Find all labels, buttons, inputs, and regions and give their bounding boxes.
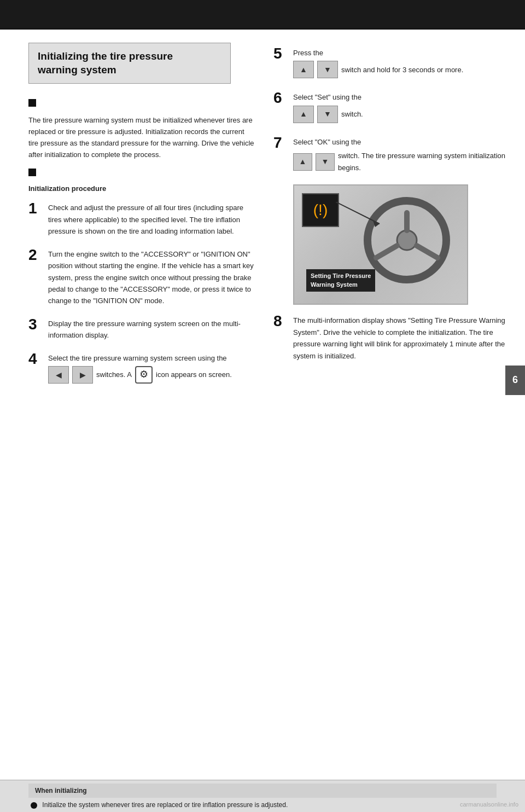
step-8-block: 8 The multi-information display shows "S… (273, 312, 514, 362)
footer-bullet-text: Initialize the system whenever tires are… (28, 801, 497, 809)
instrument-label-line1: Setting Tire Pressure (311, 272, 371, 279)
step-7-block: 7 Select "OK" using the ▲ ▼ switch. The … (273, 134, 514, 173)
tpms-symbol: (!) (313, 201, 328, 219)
step-6-number: 6 (273, 90, 293, 106)
up-arrow-button-7[interactable]: ▲ (293, 153, 312, 171)
footer-note: When initializing (28, 784, 497, 798)
title-box: Initializing the tire pressure warning s… (28, 43, 231, 84)
step-3-number: 3 (28, 317, 48, 332)
step-5-btn-row: ▲ ▼ switch and hold for 3 seconds or mor… (293, 61, 514, 78)
step-5-number: 5 (273, 46, 293, 61)
step-6-text-before: Select "Set" using the (293, 93, 361, 101)
svg-line-4 (417, 246, 438, 258)
step-5-content: Press the ▲ ▼ switch and hold for 3 seco… (293, 45, 514, 78)
step-8-content: The multi-information display shows "Set… (293, 312, 514, 362)
down-arrow-button-7[interactable]: ▼ (316, 153, 335, 171)
step-3-content: Display the tire pressure warning system… (48, 316, 255, 341)
section2-title: Initialization procedure (28, 183, 255, 195)
section2-marker (28, 169, 36, 176)
step-4-number: 4 (28, 351, 48, 367)
step-1-number: 1 (28, 201, 48, 216)
step-2-block: 2 Turn the engine switch to the "ACCESSO… (28, 246, 255, 307)
intro-text: The tire pressure warning system must be… (28, 115, 255, 160)
top-bar (0, 0, 525, 28)
step-7-text-after: switch. The tire pressure warning system… (338, 150, 514, 173)
page-content: Initializing the tire pressure warning s… (0, 30, 525, 405)
step-5-text-before: Press the (293, 49, 323, 57)
svg-marker-6 (373, 221, 380, 227)
gear-icon: ⚙ (135, 366, 153, 384)
step-4-block: 4 Select the tire pressure warning syste… (28, 350, 255, 384)
step-5-text-after: switch and hold for 3 seconds or more. (341, 64, 463, 76)
left-column: Initializing the tire pressure warning s… (0, 30, 268, 405)
left-arrow-button[interactable]: ◀ (48, 366, 69, 384)
instrument-label-line2: Warning System (311, 281, 358, 288)
step-5-block: 5 Press the ▲ ▼ switch and hold for 3 se… (273, 45, 514, 78)
step-4-icon-label: icon appears on screen. (156, 369, 232, 380)
footer-warning-label: When initializing (35, 787, 87, 794)
down-arrow-button-5[interactable]: ▼ (317, 61, 338, 78)
step-6-block: 6 Select "Set" using the ▲ ▼ switch. (273, 89, 514, 123)
right-arrow-button[interactable]: ▶ (72, 366, 93, 384)
step-8-number: 8 (273, 314, 293, 329)
step-7-btn-row: ▲ ▼ switch. The tire pressure warning sy… (293, 150, 514, 173)
step-6-btn-row: ▲ ▼ switch. (293, 106, 514, 123)
step-1-content: Check and adjust the pressure of all fou… (48, 200, 255, 237)
instrument-cluster-image: (!) (293, 184, 468, 305)
chapter-tab: 6 (505, 366, 525, 395)
title-text: Initializing the tire pressure warning s… (38, 50, 221, 77)
tpms-indicator-box: (!) (302, 193, 339, 227)
step-7-number: 7 (273, 135, 293, 150)
title-line1: Initializing the tire pressure (38, 50, 173, 62)
instrument-inner: (!) (294, 185, 467, 304)
step-4-text-before: Select the tire pressure warning system … (48, 354, 227, 362)
step-7-content: Select "OK" using the ▲ ▼ switch. The ti… (293, 134, 514, 173)
step-7-text-before: Select "OK" using the (293, 138, 361, 146)
watermark: carmanualsonline.info (460, 801, 518, 808)
step-3-block: 3 Display the tire pressure warning syst… (28, 316, 255, 341)
title-line2: warning system (38, 64, 116, 76)
step-6-content: Select "Set" using the ▲ ▼ switch. (293, 89, 514, 123)
up-arrow-button-5[interactable]: ▲ (293, 61, 314, 78)
right-column: 5 Press the ▲ ▼ switch and hold for 3 se… (268, 30, 525, 405)
footer-bullet-content: Initialize the system whenever tires are… (42, 801, 288, 809)
bullet-icon (31, 802, 37, 809)
step-4-content: Select the tire pressure warning system … (48, 350, 255, 384)
step-2-number: 2 (28, 247, 48, 263)
step-4-btn-row: ◀ ▶ switches. A ⚙ icon appears on screen… (48, 366, 255, 384)
svg-point-1 (397, 230, 417, 250)
intro-marker (28, 99, 36, 107)
up-arrow-button-6[interactable]: ▲ (293, 106, 314, 123)
svg-line-3 (376, 246, 397, 258)
step-6-text-after: switch. (341, 108, 363, 120)
instrument-label-box: Setting Tire Pressure Warning System (306, 269, 375, 292)
down-arrow-button-6[interactable]: ▼ (317, 106, 338, 123)
chapter-number: 6 (512, 374, 518, 386)
step-2-content: Turn the engine switch to the "ACCESSORY… (48, 246, 255, 307)
step-4-text-after: switches. A (96, 369, 132, 380)
footer-section: When initializing Initialize the system … (0, 780, 525, 812)
step-1-block: 1 Check and adjust the pressure of all f… (28, 200, 255, 237)
